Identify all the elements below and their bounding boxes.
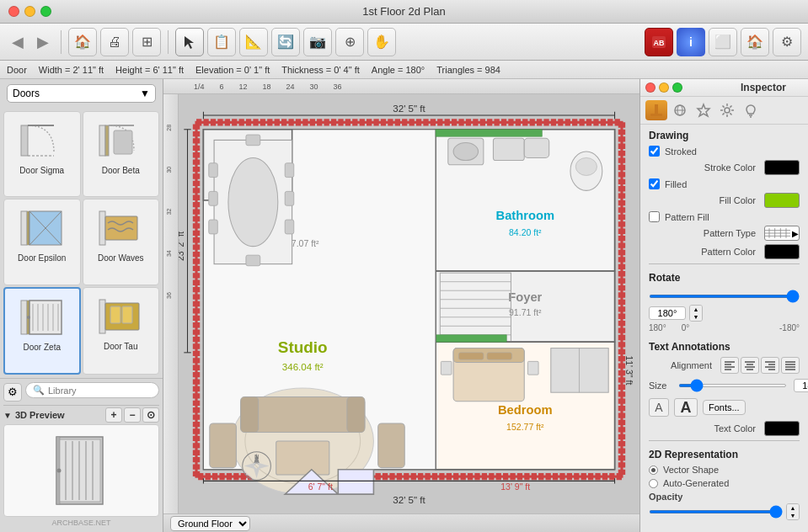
align-justify-button[interactable] [781, 357, 800, 374]
svg-rect-117 [285, 220, 294, 234]
align-left-button[interactable] [720, 357, 739, 374]
select-tool-button[interactable] [175, 28, 204, 56]
stroke-color-row: Stroke Color [640, 158, 808, 177]
inspector-close-btn[interactable] [645, 82, 655, 93]
hand-tool-button[interactable]: 📋 [207, 28, 236, 56]
align-right-button[interactable] [761, 357, 779, 374]
sidebar-tools: ⚙ 🔍 [3, 382, 159, 402]
settings-button[interactable]: ⚙ [773, 28, 801, 56]
inspector-min-btn[interactable] [659, 82, 669, 93]
info-button[interactable]: i [677, 28, 705, 56]
inspector-max-btn[interactable] [672, 82, 682, 93]
door-beta-item[interactable]: Door Beta [83, 111, 160, 197]
zoom-in-button[interactable]: + [105, 407, 122, 423]
minimize-button[interactable] [24, 6, 35, 17]
zoom-out-button[interactable]: − [124, 407, 141, 423]
rotate-input[interactable] [649, 306, 686, 320]
library-settings-button[interactable]: ⚙ [3, 383, 22, 402]
search-input[interactable] [48, 386, 152, 396]
svg-rect-104 [347, 396, 365, 432]
maximize-button[interactable] [40, 6, 51, 17]
info-triangles: Triangles = 984 [436, 65, 500, 75]
filled-checkbox[interactable] [649, 178, 660, 189]
inspector-title: Inspector [741, 82, 786, 93]
opacity-slider[interactable] [649, 510, 783, 513]
sidebar-bottom: ⚙ 🔍 ▼ 3D Preview + − ⊙ [0, 378, 163, 532]
canvas-area[interactable]: 1/4 6 12 18 24 30 36 28 30 32 34 36 [163, 79, 639, 532]
pattern-fill-checkbox[interactable] [649, 211, 660, 222]
home-tool-button[interactable]: 🏠 [68, 28, 97, 56]
category-dropdown[interactable]: Doors ▼ [7, 84, 156, 103]
align-center-button[interactable] [741, 357, 759, 374]
info-thickness: Thickness = 0' 4" ft [281, 65, 360, 75]
print-tool-button[interactable]: 🖨 [100, 28, 129, 56]
svg-rect-87 [458, 353, 483, 359]
stroke-color-swatch[interactable] [764, 160, 800, 175]
font-decrease-button[interactable]: A [649, 398, 669, 417]
svg-text:34: 34 [166, 250, 172, 257]
text-color-swatch[interactable] [764, 421, 800, 436]
zoom-tool-button[interactable]: ⊕ [335, 28, 364, 56]
font-size-input[interactable]: 14 [794, 379, 808, 392]
inspector-tab-settings[interactable] [716, 100, 738, 120]
door-beta-label: Door Beta [102, 166, 140, 175]
camera-tool-button[interactable]: 📷 [303, 28, 332, 56]
svg-rect-67 [493, 138, 524, 160]
svg-rect-111 [246, 255, 260, 266]
vector-shape-radio[interactable] [649, 466, 658, 475]
door-waves-item[interactable]: Door Waves [83, 199, 160, 285]
rotate-increment-button[interactable]: ▲ [690, 306, 702, 313]
divider-2 [649, 440, 800, 441]
inspector-tabs [640, 97, 808, 125]
rotate-tool-button[interactable]: 🔄 [271, 28, 300, 56]
rotate-decrement-button[interactable]: ▼ [690, 313, 702, 321]
zoom-reset-button[interactable]: ⊙ [142, 407, 159, 423]
toolbar-separator-1 [61, 30, 62, 54]
inspector-tab-star[interactable] [693, 100, 714, 120]
view-3d-button[interactable]: 🏠 [741, 28, 769, 56]
door-sigma-preview [15, 117, 69, 164]
nav-back-button[interactable]: ◀ [7, 33, 29, 51]
fonts-picker-button[interactable]: Fonts... [703, 400, 746, 415]
category-dropdown-value: Doors [13, 88, 40, 99]
svg-text:152.77 ft²: 152.77 ft² [506, 422, 544, 432]
svg-marker-125 [338, 470, 373, 494]
grid-tool-button[interactable]: ⊞ [132, 28, 161, 56]
pan-tool-button[interactable]: ✋ [367, 28, 396, 56]
info-item: Door [7, 65, 27, 75]
door-zeta-item[interactable]: Door Zeta [3, 287, 81, 375]
ruler-tool-button[interactable]: 📐 [239, 28, 268, 56]
svg-rect-8 [114, 130, 132, 154]
floor-select[interactable]: Ground Floor [170, 516, 250, 531]
rotate-slider[interactable] [649, 295, 800, 298]
svg-rect-88 [487, 353, 511, 359]
door-sigma-item[interactable]: Door Sigma [3, 111, 81, 197]
nav-forward-button[interactable]: ▶ [32, 33, 54, 51]
svg-text:N: N [254, 453, 259, 460]
auto-generated-radio[interactable] [649, 479, 658, 488]
archbase-icon[interactable]: AB [645, 28, 673, 56]
door-epsilon-item[interactable]: Door Epsilon [3, 199, 81, 285]
pattern-color-swatch[interactable] [764, 244, 800, 259]
stroked-checkbox[interactable] [649, 146, 660, 157]
preview-toggle[interactable]: ▼ 3D Preview + − ⊙ [3, 405, 159, 424]
close-button[interactable] [8, 6, 19, 17]
rotate-marks: 180° 0° -180° [640, 323, 808, 336]
door-tau-item[interactable]: Door Tau [83, 287, 160, 375]
svg-text:36: 36 [166, 292, 172, 299]
pattern-type-selector[interactable]: ▶ [764, 226, 800, 241]
text-color-label: Text Color [649, 423, 761, 434]
font-increase-button[interactable]: A [674, 398, 698, 417]
inspector-tab-bulb[interactable] [740, 100, 762, 120]
inspector-tab-sphere[interactable] [669, 100, 691, 120]
floor-plan[interactable]: 32' 5" ft 11' 2" ft 23' 2" ft 11' 3" ft … [179, 94, 639, 513]
svg-rect-126 [436, 130, 542, 136]
view-2d-button[interactable]: ⬜ [709, 28, 737, 56]
inspector-tab-paint[interactable] [645, 100, 667, 120]
filled-row: Filled [640, 177, 808, 191]
opacity-decrement-button[interactable]: ▼ [787, 512, 799, 519]
font-size-slider[interactable] [678, 384, 787, 387]
opacity-increment-button[interactable]: ▲ [787, 504, 799, 512]
svg-text:Foyer: Foyer [508, 290, 542, 304]
fill-color-swatch[interactable] [764, 193, 800, 208]
